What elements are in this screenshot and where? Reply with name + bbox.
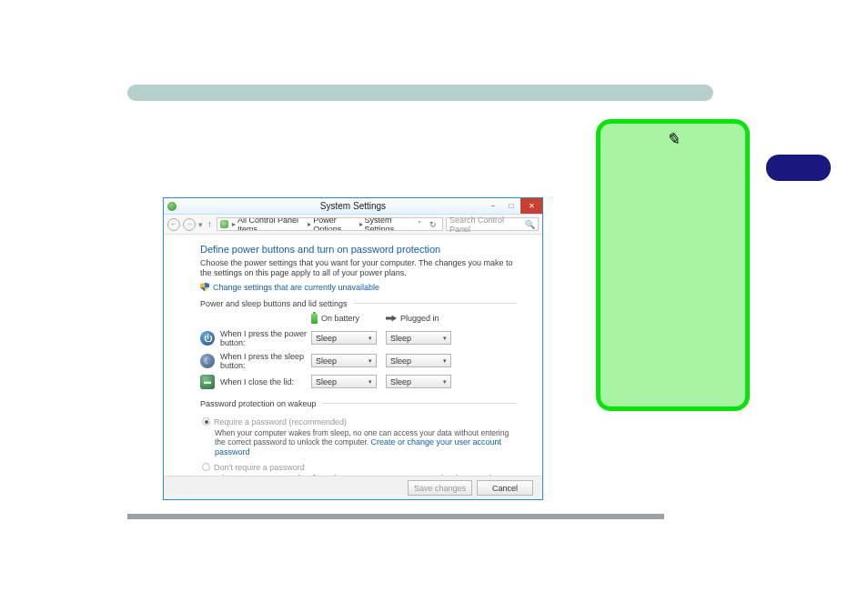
change-settings-link-row: Change settings that are currently unava…: [200, 283, 517, 292]
breadcrumb-item[interactable]: All Control Panel Items: [237, 217, 306, 231]
column-headers: On battery Plugged in: [200, 314, 517, 324]
content-area: Define power buttons and turn on passwor…: [164, 235, 542, 476]
sleep-button-battery-select[interactable]: Sleep: [311, 354, 377, 367]
close-lid-plugged-select[interactable]: Sleep: [386, 375, 451, 388]
search-input[interactable]: Search Control Panel 🔍: [446, 217, 539, 231]
cancel-button[interactable]: Cancel: [477, 480, 533, 496]
close-lid-label: When I close the lid:: [220, 377, 311, 386]
page-subtitle: Choose the power settings that you want …: [200, 258, 517, 279]
title-bar: System Settings − □ ✕: [164, 198, 542, 215]
page-heading: Define power buttons and turn on passwor…: [200, 244, 517, 255]
dont-require-password-option: Don't require a password When your compu…: [202, 463, 517, 476]
breadcrumb-item[interactable]: System Settings: [365, 217, 413, 231]
change-settings-link[interactable]: Change settings that are currently unava…: [213, 283, 379, 292]
pen-icon: ✎: [666, 129, 680, 149]
dont-require-password-radio: [202, 463, 210, 471]
decorative-top-pill: [127, 85, 713, 101]
up-button[interactable]: ↑: [206, 219, 214, 229]
password-protection-legend: Password protection on wakeup: [200, 399, 322, 408]
on-battery-header: On battery: [311, 314, 386, 324]
sleep-button-row: When I press the sleep button: Sleep Sle…: [200, 352, 517, 370]
location-icon: [220, 220, 228, 228]
power-button-row: When I press the power button: Sleep Sle…: [200, 329, 517, 347]
sleep-button-plugged-select[interactable]: Sleep: [386, 354, 451, 367]
dont-require-password-label: Don't require a password: [214, 463, 305, 472]
power-button-plugged-select[interactable]: Sleep: [386, 331, 451, 345]
require-password-label: Require a password (recommended): [214, 417, 347, 426]
search-placeholder: Search Control Panel: [449, 216, 525, 234]
search-icon: 🔍: [525, 220, 535, 229]
system-settings-window: System Settings − □ ✕ ← → ▾ ↑ ▸ All Cont…: [163, 197, 543, 500]
require-password-option: Require a password (recommended) When yo…: [202, 417, 517, 458]
sleep-button-icon: [200, 354, 215, 368]
nav-dropdown-icon[interactable]: ▾: [198, 220, 203, 229]
plug-icon: [386, 316, 397, 322]
battery-icon: [311, 314, 318, 324]
plugged-in-header: Plugged in: [386, 314, 460, 323]
lid-icon: [200, 375, 215, 389]
nav-bar: ← → ▾ ↑ ▸ All Control Panel Items ▸ Powe…: [164, 215, 542, 235]
minimize-button[interactable]: −: [484, 198, 502, 214]
action-bar: Save changes Cancel: [164, 476, 542, 499]
window-buttons: − □ ✕: [484, 198, 542, 214]
breadcrumb-item[interactable]: Power Options: [313, 217, 357, 231]
power-button-label: When I press the power button:: [220, 329, 311, 347]
power-sleep-legend: Power and sleep buttons and lid settings: [200, 299, 353, 308]
require-password-desc: When your computer wakes from sleep, no …: [215, 428, 517, 458]
forward-button[interactable]: →: [183, 218, 196, 231]
back-button[interactable]: ←: [167, 218, 180, 231]
breadcrumb-dropdown-icon[interactable]: ˅: [415, 220, 425, 229]
sleep-button-label: When I press the sleep button:: [220, 352, 311, 370]
close-lid-battery-select[interactable]: Sleep: [311, 375, 377, 388]
require-password-radio: [202, 417, 210, 426]
close-lid-row: When I close the lid: Sleep Sleep: [200, 375, 517, 389]
close-button[interactable]: ✕: [520, 198, 542, 214]
annotation-panel: [596, 119, 750, 411]
decorative-blue-pill: [766, 155, 831, 181]
shield-icon: [200, 283, 209, 292]
decorative-bottom-bar: [127, 514, 664, 519]
power-sleep-section: Power and sleep buttons and lid settings…: [200, 299, 517, 394]
app-icon: [167, 202, 177, 211]
power-button-icon: [200, 331, 215, 346]
power-button-battery-select[interactable]: Sleep: [311, 331, 377, 345]
refresh-icon[interactable]: ↻: [427, 220, 439, 229]
save-changes-button[interactable]: Save changes: [408, 480, 472, 496]
maximize-button[interactable]: □: [502, 198, 520, 214]
password-protection-section: Password protection on wakeup Require a …: [200, 399, 517, 477]
breadcrumb[interactable]: ▸ All Control Panel Items ▸ Power Option…: [217, 217, 443, 231]
